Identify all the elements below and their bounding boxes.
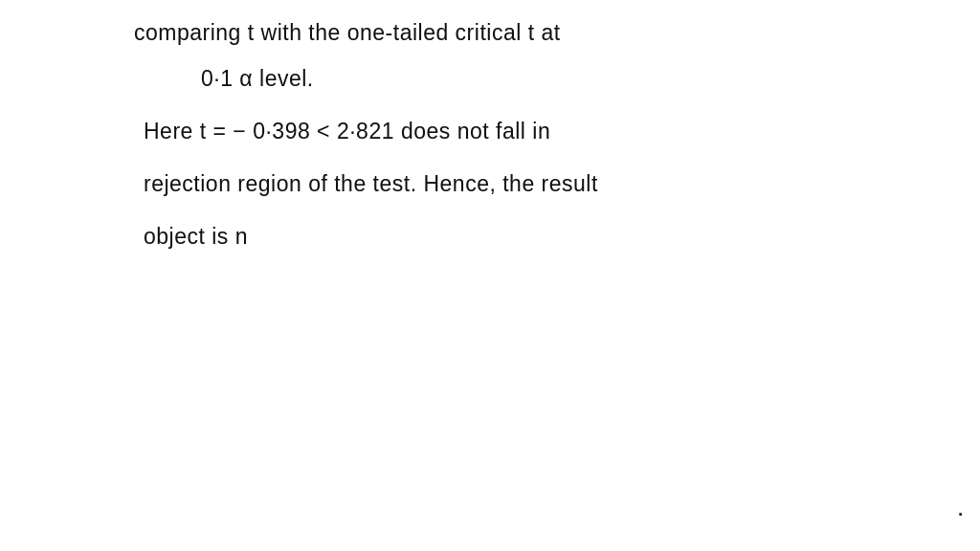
- bottom-dash: ·: [957, 498, 964, 527]
- line4-text: rejection region of the test. Hence, the…: [144, 171, 598, 196]
- notes-page: comparing t with the one-tailed critical…: [0, 0, 980, 551]
- line2-text: 0·1 α level.: [201, 66, 314, 91]
- line3-text: Here t = − 0·398 < 2·821 does not fall i…: [144, 119, 550, 143]
- line1-text: comparing t with the one-tailed critical…: [134, 20, 561, 45]
- line5-text: object is n: [144, 224, 248, 249]
